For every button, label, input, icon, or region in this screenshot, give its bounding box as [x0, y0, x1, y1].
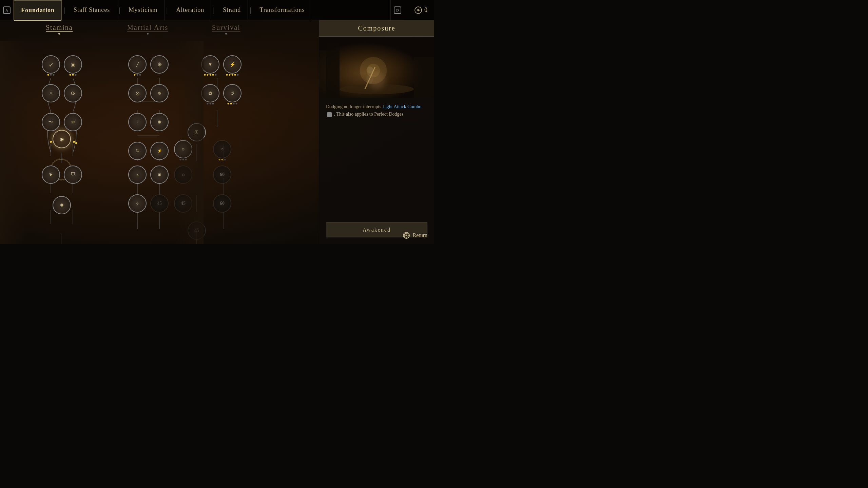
node-dot: [210, 74, 211, 76]
currency-icon: [414, 6, 422, 14]
node-icon-stamina-9: ⚈: [60, 203, 64, 208]
node-dot: [47, 74, 49, 76]
skill-node-stamina-3[interactable]: ⚔: [42, 84, 60, 102]
navigation-bar: A Foundation | Staff Stances | Mysticism…: [0, 0, 434, 20]
node-dot: [207, 74, 209, 76]
nav-separator-2: |: [117, 6, 122, 14]
node-dot: [134, 74, 136, 76]
skill-node-survival-6[interactable]: ↺: [213, 140, 231, 158]
svg-rect-14: [326, 43, 340, 98]
skill-node-martial-11[interactable]: ⟡: [128, 194, 147, 213]
svg-point-10: [75, 142, 77, 144]
svg-point-9: [73, 141, 75, 143]
node-dot: [221, 159, 223, 160]
panel-title: Composure: [319, 20, 434, 37]
skill-node-survival-1[interactable]: ♥: [201, 55, 219, 74]
skill-node-survival-60a[interactable]: 60: [213, 165, 231, 184]
node-icon-stamina-6: ⚙: [71, 120, 75, 125]
node-dot: [204, 74, 206, 76]
svg-text:D: D: [396, 8, 399, 12]
currency-display: 0: [407, 6, 434, 14]
skill-node-martial-3[interactable]: ⊙: [128, 84, 147, 102]
tab-mysticism[interactable]: Mysticism: [122, 0, 165, 20]
node-icon-martial-1: ╱: [136, 62, 139, 67]
panel-item-icon: [327, 112, 332, 117]
tab-strand[interactable]: Strand: [216, 0, 248, 20]
tab-transformations[interactable]: Transformations: [253, 0, 312, 20]
node-dot: [219, 159, 220, 160]
node-dot: [228, 103, 229, 104]
skill-node-composure[interactable]: ◉: [53, 130, 71, 148]
node-dot: [234, 74, 236, 76]
node-icon-stamina-4: ⟳: [71, 90, 75, 97]
column-header-survival: Survival: [212, 24, 240, 35]
node-icon-survival-1: ♥: [209, 62, 212, 67]
skill-node-stamina-8[interactable]: ⛉: [64, 165, 82, 184]
node-number: 60: [220, 172, 225, 177]
skill-node-stamina-4[interactable]: ⟳: [64, 84, 82, 102]
node-dot: [232, 74, 233, 76]
skill-node-martial-10[interactable]: ✾: [150, 165, 169, 184]
node-dot: [224, 159, 226, 160]
skill-node-martial-5[interactable]: ⟋: [128, 113, 147, 131]
skill-node-martial-4[interactable]: ✵: [150, 84, 169, 102]
return-icon: [403, 232, 410, 239]
node-icon-stamina-8: ⛉: [71, 172, 75, 177]
node-dot: [212, 74, 214, 76]
column-header-stamina: Stamina: [46, 24, 73, 35]
panel-image-content: [319, 37, 434, 98]
nav-right-button[interactable]: D: [390, 0, 404, 20]
skill-node-stamina-2[interactable]: ◉: [64, 55, 82, 74]
skill-tree-area: Stamina Martial Arts Survival: [0, 20, 319, 244]
skill-node-survival-2[interactable]: ⚡: [223, 55, 242, 74]
skill-node-survival-3[interactable]: ✿: [201, 84, 219, 102]
nav-left-button[interactable]: A: [0, 0, 14, 20]
tab-foundation[interactable]: Foundation: [14, 0, 62, 20]
skill-node-stamina-6[interactable]: ⚙: [64, 113, 82, 131]
svg-point-8: [50, 141, 52, 143]
node-icon-martial-9: ⟁: [136, 172, 139, 177]
svg-text:A: A: [5, 8, 8, 12]
skill-node-martial-2[interactable]: ✳: [150, 55, 169, 74]
node-dot: [226, 74, 228, 76]
return-icon-svg: [404, 233, 409, 238]
tab-alteration[interactable]: Alteration: [169, 0, 211, 20]
skill-node-martial-6[interactable]: ✺: [150, 113, 169, 131]
node-dot: [137, 74, 138, 76]
skill-node-martial-7[interactable]: ⇅: [128, 142, 147, 160]
node-dot: [215, 74, 217, 76]
node-dot: [50, 74, 52, 76]
node-icon-stamina-1: ↙: [49, 61, 53, 68]
node-number: 60: [220, 201, 225, 206]
skill-node-stamina-9[interactable]: ⚈: [53, 196, 71, 214]
return-button[interactable]: Return: [403, 232, 427, 239]
node-icon-martial-4: ✵: [157, 91, 161, 96]
node-icon-martial-12: 45: [157, 201, 162, 206]
node-icon-survival-2: ⚡: [230, 62, 235, 67]
node-icon-martial-7: ⇅: [136, 149, 139, 154]
node-dot: [229, 74, 231, 76]
node-icon-stamina-5: 〜: [48, 119, 54, 126]
tab-staff-stances[interactable]: Staff Stances: [67, 0, 117, 20]
skill-node-stamina-1[interactable]: ↙: [42, 55, 60, 74]
right-panel: Composure: [319, 20, 434, 244]
skill-node-martial-8[interactable]: ⚡: [150, 142, 169, 160]
skill-node-martial-12[interactable]: 45: [150, 194, 169, 213]
skill-node-stamina-7[interactable]: ❦: [42, 165, 60, 184]
panel-highlight-link: Light Attack Combo: [382, 104, 421, 109]
node-icon-martial-6: ✺: [157, 119, 161, 125]
node-icon-martial-3: ⊙: [135, 90, 140, 97]
skill-node-stamina-5[interactable]: 〜: [42, 113, 60, 131]
nav-separator-4: |: [211, 6, 216, 14]
main-content: Stamina Martial Arts Survival: [0, 20, 434, 244]
svg-rect-15: [414, 57, 434, 98]
skill-node-survival-4[interactable]: ↺: [223, 84, 242, 102]
node-dot: [139, 74, 141, 76]
node-icon-survival-6: ↺: [220, 147, 224, 152]
skill-node-martial-9[interactable]: ⟁: [128, 165, 147, 184]
node-dot: [237, 74, 239, 76]
nav-separator-3: |: [165, 6, 169, 14]
skill-node-survival-60c[interactable]: 60: [213, 194, 231, 213]
bg-figure-left: [0, 41, 27, 244]
skill-node-martial-1[interactable]: ╱: [128, 55, 147, 74]
